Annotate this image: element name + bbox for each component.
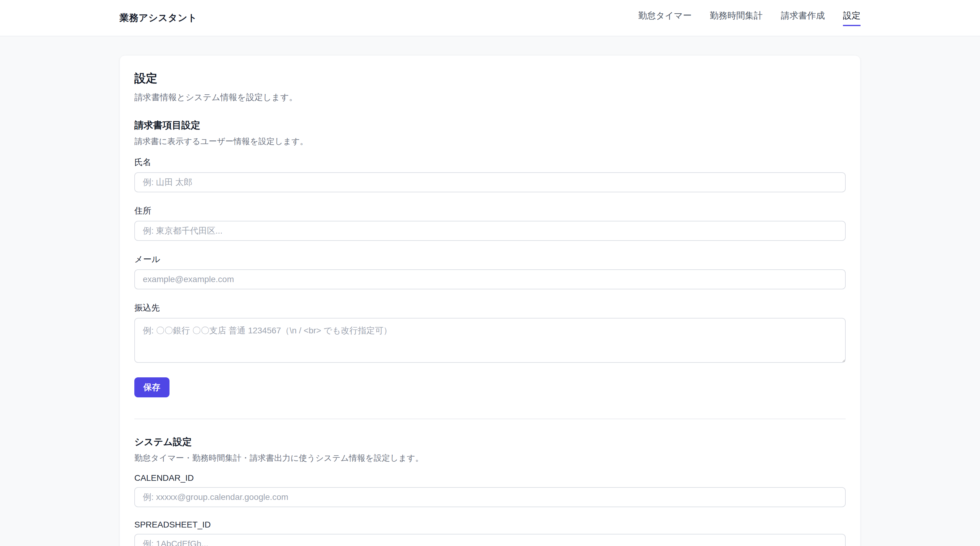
- page-description: 請求書情報とシステム情報を設定します。: [134, 92, 846, 103]
- name-input[interactable]: [134, 172, 846, 192]
- spreadsheet-id-label: SPREADSHEET_ID: [134, 520, 846, 530]
- invoice-section-title: 請求書項目設定: [134, 119, 846, 132]
- invoice-section-description: 請求書に表示するユーザー情報を設定します。: [134, 136, 846, 147]
- email-input[interactable]: [134, 269, 846, 290]
- nav-settings[interactable]: 設定: [843, 10, 861, 26]
- section-divider: [134, 419, 846, 419]
- bank-label: 振込先: [134, 302, 846, 314]
- nav-attendance-timer[interactable]: 勤怠タイマー: [638, 10, 692, 26]
- main-nav: 勤怠タイマー 勤務時間集計 請求書作成 設定: [638, 10, 861, 26]
- page-title: 設定: [134, 71, 846, 86]
- main-content: 設定 請求書情報とシステム情報を設定します。 請求書項目設定 請求書に表示するユ…: [119, 55, 861, 546]
- calendar-id-field: CALENDAR_ID: [134, 473, 846, 507]
- email-label: メール: [134, 253, 846, 265]
- nav-work-hours-summary[interactable]: 勤務時間集計: [710, 10, 763, 26]
- spreadsheet-id-input[interactable]: [134, 534, 846, 546]
- bank-textarea[interactable]: [134, 318, 846, 363]
- name-label: 氏名: [134, 156, 846, 168]
- name-field: 氏名: [134, 156, 846, 192]
- email-field: メール: [134, 253, 846, 290]
- bank-field: 振込先: [134, 302, 846, 363]
- address-label: 住所: [134, 205, 846, 216]
- calendar-id-input[interactable]: [134, 487, 846, 507]
- settings-card: 設定 請求書情報とシステム情報を設定します。 請求書項目設定 請求書に表示するユ…: [119, 55, 861, 546]
- system-section-title: システム設定: [134, 436, 846, 448]
- address-input[interactable]: [134, 221, 846, 241]
- save-button[interactable]: 保存: [134, 377, 170, 397]
- app-title: 業務アシスタント: [119, 11, 197, 24]
- calendar-id-label: CALENDAR_ID: [134, 473, 846, 483]
- spreadsheet-id-field: SPREADSHEET_ID: [134, 520, 846, 546]
- nav-invoice-create[interactable]: 請求書作成: [781, 10, 825, 26]
- address-field: 住所: [134, 205, 846, 241]
- system-section-description: 勤怠タイマー・勤務時間集計・請求書出力に使うシステム情報を設定します。: [134, 452, 846, 463]
- app-header: 業務アシスタント 勤怠タイマー 勤務時間集計 請求書作成 設定: [0, 0, 980, 37]
